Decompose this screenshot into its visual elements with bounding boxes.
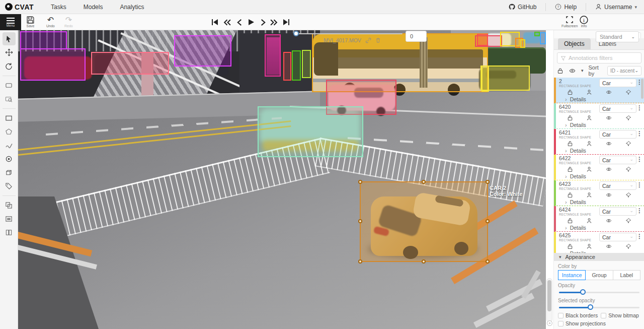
color-by-label-option[interactable]: Label [613, 270, 640, 280]
previous-frame-button[interactable] [234, 17, 245, 28]
workspace-select[interactable]: Standard ⌄ [596, 31, 639, 42]
occluded-icon[interactable] [586, 218, 592, 224]
pin-icon[interactable] [625, 218, 631, 224]
draw-polygon-tool[interactable] [3, 125, 16, 138]
expand-all-icon[interactable]: ▾ [581, 68, 584, 73]
help-link[interactable]: ? Help [555, 4, 577, 11]
resize-handle[interactable] [422, 259, 426, 264]
occluded-icon[interactable] [586, 243, 592, 249]
frame-number-input[interactable] [406, 31, 427, 42]
occluded-icon[interactable] [586, 89, 592, 95]
link-icon[interactable] [365, 37, 371, 43]
object-details-toggle[interactable]: ›Details [559, 122, 642, 128]
object-actions-menu-button[interactable]: ⋮ [636, 104, 642, 112]
github-link[interactable]: GitHub [509, 4, 536, 11]
object-actions-menu-button[interactable]: ⋮ [636, 233, 642, 240]
lock-icon[interactable] [567, 166, 573, 172]
save-button[interactable]: Save [26, 15, 35, 28]
canvas-scroll-button[interactable]: + [547, 320, 552, 326]
occluded-icon[interactable] [586, 166, 592, 172]
color-by-group-option[interactable]: Group [586, 270, 613, 280]
object-item-6425[interactable]: 6425 RECTANGLE SHAPE Car⌄ ⋮ ›Details [554, 232, 644, 253]
move-image-tool[interactable] [3, 46, 16, 59]
resize-handle[interactable] [358, 219, 362, 223]
object-details-toggle[interactable]: ›Details [559, 199, 642, 205]
menu-button[interactable]: Menu [0, 14, 21, 30]
box-pedestrian-red[interactable] [283, 52, 291, 81]
object-actions-menu-button[interactable]: ⋮ [636, 207, 642, 215]
object-label-select[interactable]: Car⌄ [599, 181, 636, 190]
hide-icon[interactable] [605, 192, 612, 198]
rotate-image-tool[interactable] [3, 59, 16, 73]
pin-icon[interactable] [625, 141, 631, 147]
nav-models[interactable]: Models [84, 4, 103, 11]
hide-icon[interactable] [605, 141, 612, 147]
lock-icon[interactable] [567, 89, 573, 95]
undo-button[interactable]: ↶ Undo [46, 15, 55, 28]
setup-tag-tool[interactable] [3, 179, 16, 192]
selected-opacity-slider[interactable] [559, 304, 639, 310]
zoom-region-tool[interactable] [3, 92, 16, 105]
hide-icon[interactable] [605, 218, 612, 224]
lock-icon[interactable] [567, 192, 573, 198]
box-car-yellow[interactable] [480, 65, 530, 91]
resize-handle[interactable] [358, 180, 362, 184]
object-item-6420[interactable]: 6420 RECTANGLE SHAPE Car⌄ ⋮ ›Details [554, 103, 644, 129]
object-actions-menu-button[interactable]: ⋮ [636, 181, 642, 189]
nav-analytics[interactable]: Analytics [120, 4, 144, 11]
box-car-redorange[interactable] [477, 34, 488, 46]
object-details-toggle[interactable]: ›Details [559, 225, 642, 231]
resize-handle[interactable] [358, 259, 362, 264]
last-frame-button[interactable] [281, 17, 292, 28]
box-taxi-teal[interactable] [258, 106, 363, 157]
play-button[interactable] [246, 17, 257, 28]
object-item-6421[interactable]: 6421 RECTANGLE SHAPE Car⌄ ⋮ ›Details [554, 129, 644, 155]
box-car-pink[interactable] [91, 52, 169, 75]
frame-slider[interactable] [296, 33, 403, 34]
merge-shapes-tool[interactable] [3, 199, 16, 212]
resize-handle[interactable] [486, 259, 490, 264]
sort-select[interactable]: ID - ascent ⌄ [607, 66, 641, 76]
box-pedestrian-lime[interactable] [302, 50, 311, 78]
object-label-select[interactable]: Car⌄ [599, 104, 636, 113]
selected-opacity-slider-handle[interactable] [588, 304, 593, 310]
object-details-toggle[interactable]: ›Details [559, 148, 642, 154]
hide-all-icon[interactable] [569, 68, 576, 74]
fullscreen-button[interactable]: Fullscreen [561, 15, 578, 28]
opacity-slider[interactable] [559, 289, 639, 295]
hide-icon[interactable] [605, 115, 612, 121]
appearance-header[interactable]: ▾ Appearance [554, 253, 644, 261]
cvat-logo[interactable]: CVAT [5, 3, 34, 11]
box-ad-pink[interactable] [265, 34, 281, 77]
first-frame-button[interactable] [209, 17, 220, 28]
split-track-tool[interactable] [3, 226, 16, 239]
annotations-filter-input[interactable] [569, 55, 634, 61]
lock-all-icon[interactable] [557, 68, 564, 74]
object-details-toggle[interactable]: ›Details [559, 173, 642, 179]
box-pedestrian-green[interactable] [292, 50, 301, 81]
box-stairs-purple[interactable] [174, 35, 231, 67]
hide-icon[interactable] [605, 243, 612, 249]
lock-icon[interactable] [567, 141, 573, 147]
redo-button[interactable]: ↷ Redo [64, 15, 73, 28]
box-car-green-small[interactable] [534, 32, 540, 36]
object-item-6423[interactable]: 6423 RECTANGLE SHAPE Car⌄ ⋮ ›Details [554, 180, 644, 206]
next-frame-button[interactable] [257, 17, 268, 28]
occluded-icon[interactable] [586, 192, 592, 198]
user-menu[interactable]: Username ▾ [595, 4, 637, 11]
object-item-6422[interactable]: 6422 RECTANGLE SHAPE Car⌄ ⋮ ›Details [554, 155, 644, 180]
forward-button[interactable] [268, 17, 279, 28]
cursor-tool[interactable] [3, 32, 16, 45]
box-car-blue[interactable] [540, 32, 546, 44]
pin-icon[interactable] [625, 243, 631, 249]
black-borders-checkbox[interactable]: Black borders [558, 312, 598, 318]
canvas-scrollbar[interactable] [546, 278, 552, 322]
draw-rectangle-tool[interactable] [3, 111, 16, 124]
fit-image-tool[interactable] [3, 79, 16, 92]
color-by-instance[interactable]: Instance [558, 270, 586, 280]
box-car-purple[interactable] [20, 31, 67, 49]
resize-handle[interactable] [486, 219, 490, 223]
object-details-toggle[interactable]: ›Details [559, 96, 642, 102]
object-label-select[interactable]: Car⌄ [599, 233, 636, 241]
box-car-selected[interactable]: CAR 2Color: White [360, 181, 488, 262]
